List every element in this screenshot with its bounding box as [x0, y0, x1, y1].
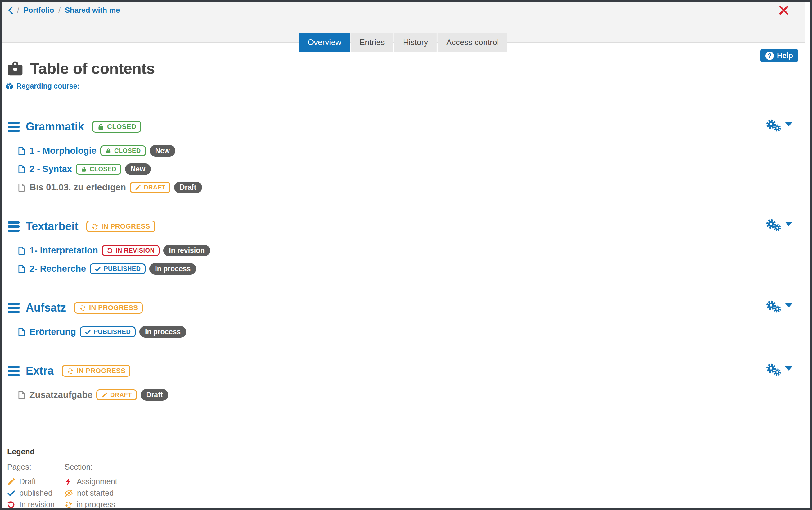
refresh-icon — [65, 501, 72, 509]
gear-icon — [773, 368, 781, 376]
check-icon — [85, 329, 91, 335]
section-settings-menu[interactable] — [766, 219, 792, 232]
legend-item: not started — [65, 487, 117, 499]
back-button[interactable] — [6, 6, 15, 15]
refresh-icon — [67, 367, 74, 375]
check-icon — [7, 489, 15, 497]
section-title[interactable]: Aufsatz — [26, 301, 66, 314]
page-status-badge: DRAFT — [130, 182, 171, 193]
legend-section-title: Section: — [65, 462, 117, 472]
drag-handle-icon[interactable] — [8, 122, 20, 132]
section-status-badge: CLOSED — [92, 121, 141, 133]
page-status-badge: CLOSED — [100, 145, 146, 156]
section-textarbeit: Textarbeit IN PROGRESS 1- Interpretation — [5, 220, 810, 275]
breadcrumb-separator: / — [17, 6, 19, 15]
chevron-down-icon — [785, 122, 792, 126]
cube-icon — [5, 82, 14, 90]
refresh-icon — [91, 223, 98, 230]
section-settings-menu[interactable] — [766, 300, 792, 313]
section-title[interactable]: Textarbeit — [26, 220, 78, 233]
page-icon — [17, 146, 26, 155]
tab-access-control[interactable]: Access control — [438, 33, 508, 52]
page-row: 2 - Syntax CLOSED New — [17, 163, 810, 175]
page-icon — [17, 246, 26, 255]
pencil-icon — [7, 478, 15, 486]
status-pill: New — [150, 145, 175, 157]
page-icon — [17, 183, 26, 192]
legend-item: in progress — [65, 499, 117, 510]
legend-item: published — [7, 487, 65, 499]
regarding-course-link[interactable]: Regarding course: — [5, 82, 80, 90]
status-pill: Draft — [174, 182, 202, 193]
legend-pages-title: Pages: — [7, 462, 65, 472]
section-title[interactable]: Grammatik — [26, 120, 84, 133]
page-label: Bis 01.03. zu erledigen — [29, 182, 126, 193]
lock-icon — [81, 166, 87, 172]
breadcrumb-portfolio[interactable]: Portfolio — [24, 6, 54, 15]
page-link[interactable]: Erörterung — [29, 327, 76, 337]
help-button[interactable]: ? Help — [760, 49, 798, 62]
question-circle-icon: ? — [765, 52, 774, 60]
page-icon — [17, 390, 26, 400]
page-icon — [17, 328, 26, 337]
page-status-badge: PUBLISHED — [90, 263, 146, 274]
page-link[interactable]: 2 - Syntax — [29, 164, 72, 174]
section-title[interactable]: Extra — [26, 364, 54, 377]
page-label: Zusatzaufgabe — [29, 390, 92, 400]
legend-title: Legend — [7, 447, 810, 456]
top-bar: / Portfolio / Shared with me — [2, 2, 805, 19]
page-status-badge: IN REVISION — [102, 245, 160, 256]
help-label: Help — [777, 51, 793, 60]
legend-item: Assignment — [65, 476, 117, 487]
eye-slash-icon — [65, 489, 73, 497]
tab-entries[interactable]: Entries — [351, 33, 393, 52]
section-settings-menu[interactable] — [766, 119, 792, 132]
page-icon — [17, 165, 26, 174]
breadcrumb-separator: / — [58, 6, 61, 15]
section-grammatik: Grammatik CLOSED 1 - Morphologie — [5, 120, 810, 193]
page-status-badge: PUBLISHED — [80, 327, 136, 337]
status-pill: In process — [139, 326, 186, 338]
drag-handle-icon[interactable] — [8, 366, 20, 376]
chevron-down-icon — [785, 303, 792, 308]
tab-band: Overview Entries History Access control — [2, 19, 805, 42]
legend-item: In revision — [7, 499, 65, 510]
page-link[interactable]: 2- Recherche — [29, 264, 86, 274]
briefcase-icon — [5, 60, 25, 77]
tab-overview[interactable]: Overview — [299, 33, 350, 52]
gear-icon — [773, 305, 781, 313]
page-status-badge: CLOSED — [76, 164, 121, 175]
page-row: Zusatzaufgabe DRAFT Draft — [17, 389, 810, 401]
gear-icon — [773, 124, 781, 132]
lock-icon — [105, 148, 112, 154]
page-link[interactable]: 1- Interpretation — [29, 245, 98, 256]
tab-history[interactable]: History — [394, 33, 437, 52]
tabbar: Overview Entries History Access control — [299, 33, 508, 52]
section-extra: Extra IN PROGRESS Zusatzaufgabe — [5, 364, 810, 401]
close-icon[interactable] — [778, 4, 790, 17]
page-row: 2- Recherche PUBLISHED In process — [17, 263, 810, 275]
section-aufsatz: Aufsatz IN PROGRESS Erörterung — [5, 301, 810, 338]
section-status-badge: IN PROGRESS — [74, 302, 143, 314]
lightning-icon — [65, 478, 72, 486]
page-row: Bis 01.03. zu erledigen DRAFT Draft — [17, 182, 810, 193]
check-icon — [95, 266, 101, 272]
breadcrumb: / Portfolio / Shared with me — [17, 6, 120, 15]
status-pill: In process — [149, 263, 196, 275]
drag-handle-icon[interactable] — [8, 303, 20, 313]
undo-icon — [7, 501, 15, 509]
chevron-down-icon — [785, 366, 792, 371]
legend-item: Draft — [7, 476, 65, 487]
breadcrumb-shared-with-me[interactable]: Shared with me — [65, 6, 120, 15]
section-status-badge: IN PROGRESS — [86, 221, 155, 232]
page-link[interactable]: 1 - Morphologie — [29, 146, 96, 156]
main-content: ? Help Table of contents Regarding cours… — [2, 42, 810, 510]
page-status-badge: DRAFT — [96, 390, 137, 400]
gear-icon — [773, 224, 781, 232]
legend: Legend Pages: Draft published In revisio… — [5, 447, 810, 510]
page-row: Erörterung PUBLISHED In process — [17, 326, 810, 338]
page-row: 1- Interpretation IN REVISION In revisio… — [17, 245, 810, 256]
section-settings-menu[interactable] — [766, 363, 792, 376]
lock-icon — [97, 123, 104, 131]
drag-handle-icon[interactable] — [8, 222, 20, 232]
